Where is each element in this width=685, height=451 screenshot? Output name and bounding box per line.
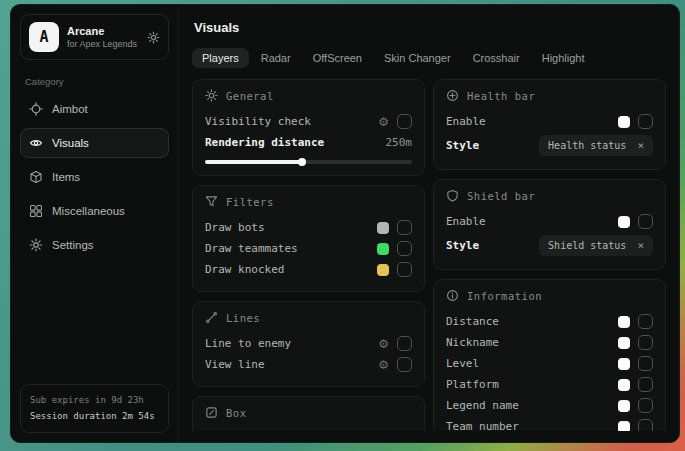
sidebar-item-settings[interactable]: Settings <box>20 230 169 260</box>
visibility-check-row: Visibility check ⚙ <box>205 111 412 132</box>
row-label: Team number <box>446 420 519 431</box>
shield-bar-card-header: Shield bar <box>446 189 653 202</box>
color-swatch[interactable] <box>377 243 389 255</box>
nickname-row: Nickname <box>446 332 653 353</box>
option-gear-icon[interactable]: ⚙ <box>378 338 389 350</box>
tab-players[interactable]: Players <box>192 48 249 68</box>
section-title: Shield bar <box>467 190 535 202</box>
row-label: Enable <box>446 115 486 128</box>
line-to-enemy-checkbox[interactable] <box>397 336 412 351</box>
level-checkbox[interactable] <box>638 356 653 371</box>
row-label: Distance <box>446 315 499 328</box>
color-swatch[interactable] <box>618 337 630 349</box>
shield-enable-checkbox[interactable] <box>638 214 653 229</box>
color-swatch[interactable] <box>618 358 630 370</box>
session-duration-text: Session duration 2m 54s <box>30 409 159 424</box>
page-title: Visuals <box>194 20 664 35</box>
subscription-info-card: Sub expires in 9d 23h Session duration 2… <box>20 384 169 433</box>
crosshair-icon <box>29 102 43 116</box>
app-settings-gear-icon[interactable] <box>147 31 160 44</box>
level-row: Level <box>446 353 653 374</box>
color-swatch[interactable] <box>618 216 630 228</box>
legend-name-row: Legend name <box>446 395 653 416</box>
sidebar-item-label: Miscellaneous <box>52 205 125 217</box>
draw-knocked-checkbox[interactable] <box>397 262 412 277</box>
draw-teammates-checkbox[interactable] <box>397 241 412 256</box>
draw-teammates-row: Draw teammates <box>205 238 412 259</box>
health-enable-row: Enable <box>446 111 653 132</box>
filters-card: Filters Draw bots Draw teammates <box>192 185 425 292</box>
left-column: General Visibility check ⚙ Rendering dis… <box>192 79 425 431</box>
row-label: Platform <box>446 378 499 391</box>
box-card: Box Enable Enable background <box>192 396 425 431</box>
color-swatch[interactable] <box>618 316 630 328</box>
color-swatch[interactable] <box>377 264 389 276</box>
eye-icon <box>29 136 43 150</box>
color-swatch[interactable] <box>618 421 630 432</box>
color-swatch[interactable] <box>618 400 630 412</box>
box-icon <box>205 406 218 419</box>
line-to-enemy-row: Line to enemy ⚙ <box>205 333 412 354</box>
app-window: A Arcane for Apex Legends Category <box>10 4 680 443</box>
legend-name-checkbox[interactable] <box>638 398 653 413</box>
sidebar-item-miscellaneous[interactable]: Miscellaneous <box>20 196 169 226</box>
shield-style-select[interactable]: Shield status × <box>539 235 653 256</box>
distance-checkbox[interactable] <box>638 314 653 329</box>
sidebar-item-aimbot[interactable]: Aimbot <box>20 94 169 124</box>
box-card-header: Box <box>205 406 412 419</box>
nickname-checkbox[interactable] <box>638 335 653 350</box>
health-enable-checkbox[interactable] <box>638 114 653 129</box>
option-gear-icon[interactable]: ⚙ <box>378 359 389 371</box>
team-number-row: Team number <box>446 416 653 431</box>
view-line-checkbox[interactable] <box>397 357 412 372</box>
option-gear-icon[interactable]: ⚙ <box>378 116 389 128</box>
row-label: Enable <box>446 215 486 228</box>
distance-row: Distance <box>446 311 653 332</box>
color-swatch[interactable] <box>377 222 389 234</box>
tab-highlight[interactable]: Highlight <box>532 48 595 68</box>
section-title: Information <box>467 290 542 302</box>
sidebar-item-label: Settings <box>52 239 94 251</box>
visibility-check-checkbox[interactable] <box>397 114 412 129</box>
draw-bots-checkbox[interactable] <box>397 220 412 235</box>
selected-style-value: Health status <box>548 140 626 151</box>
draw-bots-row: Draw bots <box>205 217 412 238</box>
close-icon[interactable]: × <box>637 239 644 252</box>
lines-card: Lines Line to enemy ⚙ View line ⚙ <box>192 301 425 387</box>
shield-enable-row: Enable <box>446 211 653 232</box>
color-swatch[interactable] <box>618 116 630 128</box>
lines-card-header: Lines <box>205 311 412 324</box>
tab-offscreen[interactable]: OffScreen <box>303 48 372 68</box>
main-panel: Visuals Players Radar OffScreen Skin Cha… <box>179 5 679 442</box>
sidebar-item-visuals[interactable]: Visuals <box>20 128 169 158</box>
section-title: Health bar <box>467 90 535 102</box>
section-title: Filters <box>226 196 274 208</box>
row-label: Rendering distance <box>205 136 324 149</box>
sidebar-item-label: Visuals <box>52 137 89 149</box>
box-enable-row: Enable <box>205 428 412 431</box>
tab-radar[interactable]: Radar <box>251 48 301 68</box>
close-icon[interactable]: × <box>637 139 644 152</box>
grid-icon <box>29 204 43 218</box>
team-number-checkbox[interactable] <box>638 419 653 431</box>
right-column: Health bar Enable Style Health status <box>433 79 666 431</box>
rendering-distance-row: Rendering distance 250m <box>205 132 412 153</box>
info-icon <box>446 289 459 302</box>
row-label: Line to enemy <box>205 337 291 350</box>
row-label: Draw teammates <box>205 242 298 255</box>
visuals-tab-bar: Players Radar OffScreen Skin Changer Cro… <box>192 48 666 68</box>
shield-icon <box>446 189 459 202</box>
line-icon <box>205 311 218 324</box>
sidebar-item-items[interactable]: Items <box>20 162 169 192</box>
app-logo: A <box>29 22 59 52</box>
section-title: Box <box>226 407 246 419</box>
rendering-distance-slider[interactable] <box>205 160 412 164</box>
app-logo-card: A Arcane for Apex Legends <box>20 14 169 60</box>
health-style-row: Style Health status × <box>446 132 653 158</box>
tab-skin-changer[interactable]: Skin Changer <box>374 48 461 68</box>
platform-checkbox[interactable] <box>638 377 653 392</box>
tab-crosshair[interactable]: Crosshair <box>463 48 530 68</box>
health-style-select[interactable]: Health status × <box>539 135 653 156</box>
funnel-icon <box>205 195 218 208</box>
color-swatch[interactable] <box>618 379 630 391</box>
